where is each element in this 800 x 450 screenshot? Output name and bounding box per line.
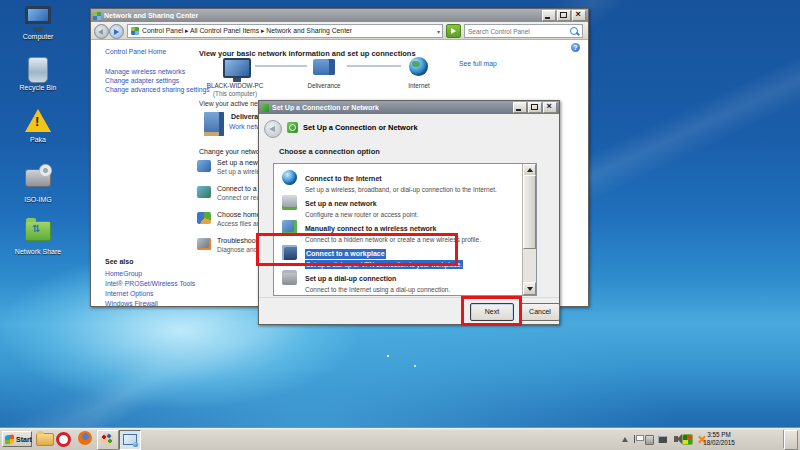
start-label: Start [16, 436, 32, 443]
window-title: Network and Sharing Center [104, 12, 198, 19]
maximize-button[interactable] [557, 10, 571, 21]
paint-icon [101, 433, 113, 445]
scrollbar[interactable] [522, 164, 536, 295]
troubleshoot-icon [197, 238, 211, 250]
forward-button[interactable] [109, 24, 124, 39]
sidebar-item-intel-proset[interactable]: Intel® PROSet/Wireless Tools [105, 280, 195, 287]
see-also-heading: See also [105, 258, 133, 265]
clock[interactable]: 3:55 PM 18/02/2015 [696, 431, 742, 447]
desktop-icon-recycle-bin[interactable]: Recycle Bin [6, 57, 70, 107]
minimize-button[interactable] [513, 102, 527, 113]
power-icon[interactable] [645, 435, 654, 445]
sidebar-item-homegroup[interactable]: HomeGroup [105, 270, 142, 277]
option-manual-wireless[interactable]: Manually connect to a wireless network C… [276, 216, 522, 241]
sidebar-item-change-adapter[interactable]: Change adapter settings [105, 77, 179, 84]
action-center-icon[interactable] [634, 435, 642, 443]
option-dialup[interactable]: Set up a dial-up connection Connect to t… [276, 266, 522, 291]
desktop-icon-label: Network Share [6, 248, 70, 256]
taskbar: Start 3:55 PM 18/02/2015 [0, 427, 800, 450]
router-icon [282, 195, 297, 210]
close-button[interactable] [572, 10, 586, 21]
firefox-taskbar-icon[interactable] [78, 431, 92, 445]
option-setup-network[interactable]: Set up a new network Configure a new rou… [276, 191, 522, 216]
search-input[interactable] [465, 28, 570, 35]
homegroup-icon [197, 212, 211, 224]
desktop-icon-computer[interactable]: Computer [6, 6, 70, 56]
wizard-back-button[interactable] [264, 120, 282, 138]
wizard-prompt: Choose a connection option [279, 147, 380, 156]
desktop-icon-paka[interactable]: Paka [6, 109, 70, 159]
network-tray-icon[interactable] [658, 436, 667, 443]
new-connection-icon [197, 160, 211, 172]
screen: Computer Recycle Bin Paka ISO-IMG Networ… [0, 0, 800, 450]
desktop-wallpaper: Computer Recycle Bin Paka ISO-IMG Networ… [0, 0, 800, 450]
paint-taskbar-button[interactable] [97, 430, 119, 450]
dialog-titlebar[interactable]: Set Up a Connection or Network [259, 101, 559, 114]
setup-connection-dialog: Set Up a Connection or Network Set Up a … [258, 100, 560, 325]
disc-drive-icon [25, 169, 51, 187]
globe-icon [282, 170, 297, 185]
control-panel-icon [131, 27, 139, 35]
recycle-bin-icon [28, 57, 48, 83]
address-bar: Control Panel ▸ All Control Panel Items … [91, 22, 588, 40]
help-icon[interactable]: ? [571, 43, 580, 52]
chevron-down-icon[interactable]: ▾ [437, 28, 440, 35]
window-titlebar[interactable]: Network and Sharing Center [91, 9, 588, 22]
dialog-icon [261, 104, 269, 112]
show-desktop-button[interactable] [784, 430, 798, 450]
clock-date: 18/02/2015 [696, 439, 742, 447]
wizard-header-title: Set Up a Connection or Network [303, 123, 418, 132]
breadcrumb[interactable]: Control Panel ▸ All Control Panel Items … [127, 24, 443, 38]
connect-network-icon [197, 186, 211, 198]
windows-logo-icon [5, 434, 14, 444]
sidebar-item-internet-options[interactable]: Internet Options [105, 290, 153, 297]
option-connect-internet[interactable]: Connect to the Internet Set up a wireles… [276, 166, 522, 191]
cancel-button[interactable]: Cancel [520, 303, 560, 321]
search-box [464, 24, 583, 38]
option-title: Set up a dial-up connection [305, 274, 396, 284]
volume-icon[interactable] [674, 436, 678, 442]
option-title: Connect to the Internet [305, 174, 382, 184]
show-hidden-icons-button[interactable] [622, 437, 628, 442]
sidebar-item-manage-wireless[interactable]: Manage wireless networks [105, 68, 185, 75]
opera-taskbar-icon[interactable] [56, 432, 71, 447]
desktop-icon-label: Recycle Bin [6, 84, 70, 92]
start-button[interactable]: Start [2, 431, 32, 447]
computer-icon [25, 6, 51, 32]
sidebar-item-change-sharing[interactable]: Change advanced sharing settings [105, 86, 210, 93]
option-desc: Connect to the Internet using a dial-up … [305, 285, 450, 294]
next-button[interactable]: Next [470, 303, 514, 321]
network-window-icon [123, 434, 137, 445]
warning-icon [25, 109, 51, 132]
option-title: Connect to a workplace [305, 249, 386, 259]
option-connect-workplace[interactable]: Connect to a workplace Set up a dial-up … [276, 241, 522, 266]
active-window-taskbar-button[interactable] [119, 430, 141, 450]
refresh-button[interactable] [446, 24, 461, 38]
option-title: Manually connect to a wireless network [305, 224, 436, 234]
sidebar-item-control-panel-home[interactable]: Control Panel Home [105, 48, 166, 55]
desktop-icon-network-share[interactable]: Network Share [6, 216, 70, 266]
workplace-icon [282, 245, 297, 260]
scroll-thumb[interactable] [523, 175, 536, 249]
desktop-icon-iso-img[interactable]: ISO-IMG [6, 163, 70, 213]
scroll-down-button[interactable] [523, 282, 536, 295]
maximize-button[interactable] [528, 102, 542, 113]
minimize-button[interactable] [542, 10, 556, 21]
option-title: Set up a new network [305, 199, 377, 209]
wizard-header-icon [287, 122, 298, 133]
shared-folder-icon [25, 221, 51, 241]
graphics-tray-icon[interactable] [683, 435, 692, 444]
sidebar-item-windows-firewall[interactable]: Windows Firewall [105, 300, 158, 306]
wireless-icon [282, 220, 297, 235]
close-button[interactable] [543, 102, 557, 113]
window-icon [93, 12, 101, 20]
dialog-footer: Next Cancel [259, 297, 559, 324]
clock-time: 3:55 PM [696, 431, 742, 439]
system-tray: 3:55 PM 18/02/2015 [610, 428, 800, 450]
desktop-icon-label: Paka [6, 136, 70, 144]
explorer-taskbar-icon[interactable] [36, 433, 54, 446]
desktop-icon-label: Computer [6, 33, 70, 41]
dialup-phone-icon [282, 270, 297, 285]
back-button[interactable] [94, 24, 109, 39]
search-icon[interactable] [570, 27, 578, 35]
